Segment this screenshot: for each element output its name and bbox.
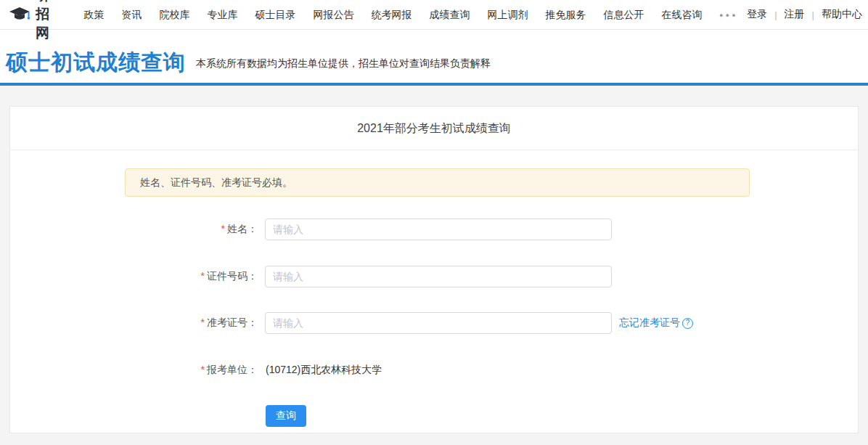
target-university-label-text: 报考单位： [207,364,258,375]
nav-menu: 政策 资讯 院校库 专业库 硕士目录 网报公告 统考网报 成绩查询 网上调剂 推… [75,0,748,30]
query-button[interactable]: 查询 [266,405,306,427]
id-number-label-text: 证件号码： [207,270,258,282]
separator: | [812,9,814,20]
site-logo[interactable]: 研招网 [9,0,60,43]
name-label-text: 姓名： [227,223,258,234]
required-asterisk: * [201,317,205,328]
top-nav: 研招网 政策 资讯 院校库 专业库 硕士目录 网报公告 统考网报 成绩查询 网上… [0,0,868,30]
notice-text: 姓名、证件号码、准考证号必填。 [140,176,292,188]
form-row-ticket-number: *准考证号： 忘记准考证号 ? [10,312,858,334]
nav-item-master-catalog[interactable]: 硕士目录 [247,0,305,30]
main-content: 2021年部分考生初试成绩查询 姓名、证件号码、准考证号必填。 *姓名： *证件… [0,86,868,433]
form-row-id-number: *证件号码： [10,266,858,287]
forgot-ticket-text: 忘记准考证号 [619,317,680,330]
nav-item-online-announcement[interactable]: 网报公告 [305,0,363,30]
form-row-target-university: *报考单位： (10712)西北农林科技大学 [10,363,858,377]
query-form: 姓名、证件号码、准考证号必填。 *姓名： *证件号码： *准考证号： 忘记准考证… [10,150,858,427]
graduation-cap-icon [9,6,30,23]
page-header: 硕士初试成绩查询 本系统所有数据均为招生单位提供，招生单位对查询结果负责解释 [0,30,868,86]
help-center-link[interactable]: 帮助中心 [822,8,862,21]
target-university-value: (10712)西北农林科技大学 [266,364,382,377]
nav-more-button[interactable]: ••• [711,0,748,30]
ticket-number-input[interactable] [265,312,612,334]
ticket-number-label: *准考证号： [10,317,258,330]
submit-row: 查询 [10,405,858,427]
question-mark-icon: ? [682,318,693,329]
id-number-input[interactable] [265,266,612,287]
query-card: 2021年部分考生初试成绩查询 姓名、证件号码、准考证号必填。 *姓名： *证件… [9,106,859,433]
register-link[interactable]: 注册 [785,8,805,21]
nav-item-online-consult[interactable]: 在线咨询 [653,0,711,30]
card-title: 2021年部分考生初试成绩查询 [10,107,858,150]
page-title: 硕士初试成绩查询 [6,52,186,73]
nav-item-score-inquiry[interactable]: 成绩查询 [421,0,479,30]
nav-item-college-library[interactable]: 院校库 [151,0,199,30]
target-university-label: *报考单位： [10,364,258,377]
login-link[interactable]: 登录 [747,8,767,21]
required-asterisk: * [201,364,205,375]
id-number-label: *证件号码： [10,270,258,283]
nav-item-online-adjustment[interactable]: 网上调剂 [479,0,537,30]
ticket-number-label-text: 准考证号： [207,317,258,328]
separator: | [774,9,777,20]
form-row-name: *姓名： [10,219,858,240]
page-subtitle: 本系统所有数据均为招生单位提供，招生单位对查询结果负责解释 [196,57,491,73]
nav-item-policy[interactable]: 政策 [75,0,113,30]
nav-item-exemption-service[interactable]: 推免服务 [537,0,595,30]
name-input[interactable] [265,219,612,240]
required-asterisk: * [201,270,205,282]
notice-banner: 姓名、证件号码、准考证号必填。 [125,168,750,197]
nav-item-info-disclosure[interactable]: 信息公开 [595,0,653,30]
auth-links: 登录 | 注册 | 帮助中心 [747,8,862,21]
nav-item-news[interactable]: 资讯 [113,0,151,30]
required-asterisk: * [221,223,225,234]
name-label: *姓名： [10,223,258,236]
nav-item-major-library[interactable]: 专业库 [199,0,247,30]
forgot-ticket-link[interactable]: 忘记准考证号 ? [619,317,693,330]
logo-text: 研招网 [36,0,60,43]
nav-item-unified-exam-registration[interactable]: 统考网报 [363,0,421,30]
